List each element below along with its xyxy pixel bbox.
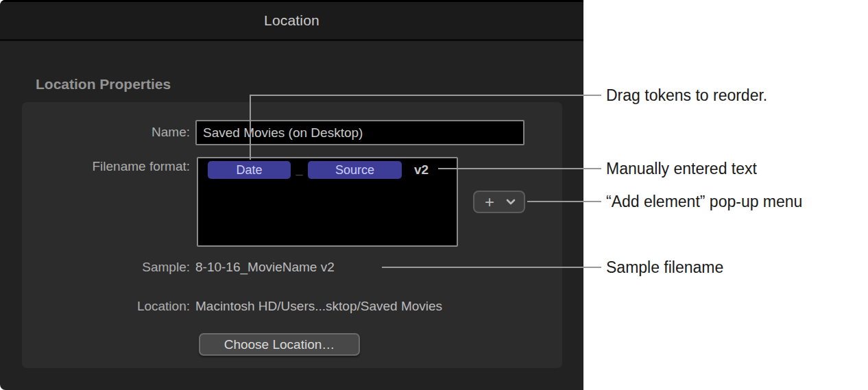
annotation-manual-text: Manually entered text: [606, 160, 757, 178]
name-input[interactable]: Saved Movies (on Desktop): [195, 120, 525, 145]
sample-value: 8-10-16_MovieName v2: [195, 258, 335, 276]
annotation-drag-tokens: Drag tokens to reorder.: [606, 86, 767, 104]
panel-title: Location: [264, 12, 320, 29]
callout-line-drag-tokens-vertical: [250, 95, 251, 160]
location-value: Macintosh HD/Users...sktop/Saved Movies: [195, 297, 442, 315]
annotation-add-element: “Add element” pop-up menu: [606, 193, 802, 210]
filename-format-label: Filename format:: [21, 158, 190, 175]
token-source[interactable]: Source: [308, 161, 402, 179]
filename-format-field[interactable]: Date _ Source v2: [197, 157, 458, 247]
annotation-sample-filename: Sample filename: [606, 258, 723, 276]
token-date[interactable]: Date: [208, 161, 291, 179]
add-element-button[interactable]: +: [473, 191, 525, 213]
chevron-down-icon: [506, 199, 516, 205]
location-label: Location:: [21, 297, 190, 315]
token-separator: _: [292, 161, 306, 179]
location-inspector-panel: Location Location Properties Name: Saved…: [0, 0, 583, 390]
callout-line-sample-filename: [382, 267, 601, 268]
name-label: Name:: [21, 123, 190, 141]
manual-text[interactable]: v2: [414, 161, 429, 179]
callout-line-manual-text: [438, 168, 601, 169]
sample-label: Sample:: [21, 258, 190, 276]
callout-line-drag-tokens-horizontal: [250, 95, 601, 96]
callout-line-add-element: [527, 201, 601, 202]
choose-location-button[interactable]: Choose Location…: [199, 333, 360, 356]
screenshot: Location Location Properties Name: Saved…: [0, 0, 868, 390]
section-title: Location Properties: [36, 76, 171, 93]
panel-title-bar: Location: [0, 0, 583, 41]
plus-icon: +: [485, 193, 494, 212]
